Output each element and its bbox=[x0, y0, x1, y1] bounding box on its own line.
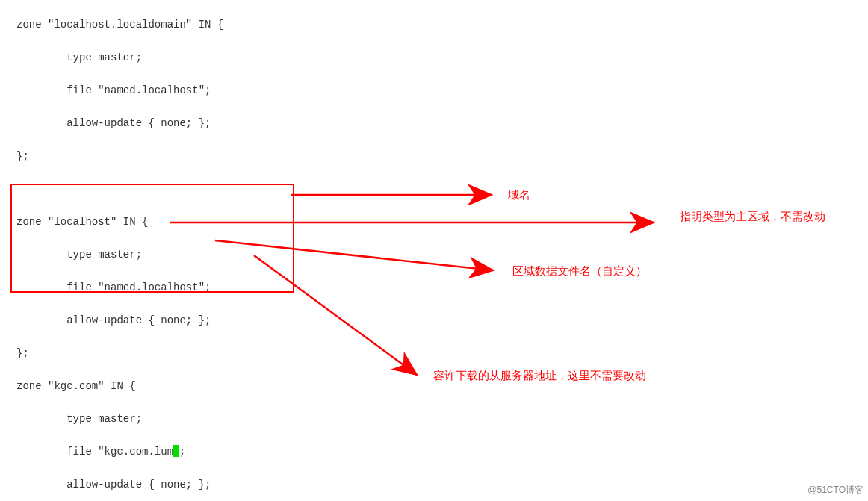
code-line: }; bbox=[16, 345, 544, 361]
annotation-type-master: 指明类型为主区域，不需改动 bbox=[680, 209, 852, 224]
code-line: file "named.localhost"; bbox=[16, 279, 544, 296]
annotation-zone-file: 区域数据文件名（自定义） bbox=[512, 264, 647, 278]
code-line: allow-update { none; }; bbox=[16, 115, 544, 131]
config-code: zone "localhost.localdomain" IN { type m… bbox=[16, 0, 544, 501]
code-line: }; bbox=[16, 148, 544, 164]
code-line: file "named.localhost"; bbox=[16, 82, 544, 99]
code-line: allow-update { none; }; bbox=[16, 312, 544, 329]
code-line bbox=[16, 181, 544, 197]
code-line: allow-update { none; }; bbox=[16, 476, 544, 493]
annotation-domain-name: 域名 bbox=[508, 187, 530, 202]
code-line: file "kgc.com.lum; bbox=[16, 444, 544, 460]
code-fragment: file "kgc.com.lum bbox=[16, 446, 173, 458]
cursor-block bbox=[173, 445, 179, 457]
code-line: type master; bbox=[16, 246, 544, 263]
code-line: zone "localhost.localdomain" IN { bbox=[16, 16, 544, 33]
code-line: zone "localhost" IN { bbox=[16, 214, 544, 230]
annotation-allow-update: 容许下载的从服务器地址，这里不需要改动 bbox=[433, 368, 646, 383]
code-line: type master; bbox=[16, 411, 544, 427]
watermark: @51CTO博客 bbox=[807, 482, 864, 498]
code-line: type master; bbox=[16, 49, 544, 66]
code-fragment: ; bbox=[179, 446, 185, 458]
